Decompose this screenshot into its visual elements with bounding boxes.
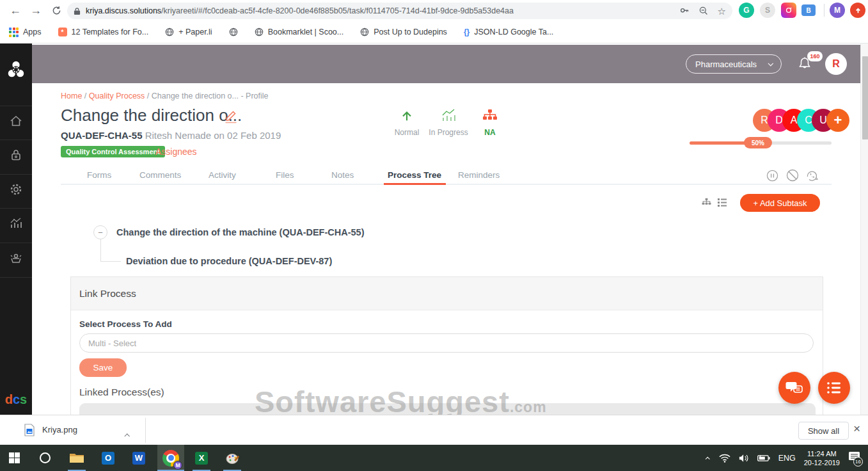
kriya-logo[interactable] bbox=[0, 60, 32, 80]
tab-notes[interactable]: Notes bbox=[331, 170, 354, 180]
download-filename[interactable]: Kriya.png bbox=[42, 425, 77, 435]
language-indicator[interactable]: ENG bbox=[778, 454, 796, 463]
bookmark-dudepins[interactable]: Post Up to Dudepins bbox=[360, 28, 447, 36]
taskbar-time: 11:24 AM bbox=[804, 449, 840, 458]
user-avatar[interactable]: R bbox=[825, 53, 847, 75]
hubspot-icon: * bbox=[58, 28, 67, 36]
hierarchy-indicator[interactable]: NA bbox=[475, 109, 505, 137]
download-options-button[interactable] bbox=[126, 428, 130, 440]
edit-title-button[interactable] bbox=[224, 109, 238, 127]
battery-icon[interactable] bbox=[757, 454, 770, 462]
save-button[interactable]: Save bbox=[79, 358, 127, 377]
paint-button[interactable] bbox=[219, 445, 246, 471]
update-extension-icon[interactable] bbox=[850, 3, 865, 18]
add-assignee-button[interactable]: + bbox=[826, 109, 849, 132]
file-explorer-button[interactable] bbox=[63, 445, 91, 471]
cortana-icon bbox=[40, 452, 51, 463]
ban-icon bbox=[786, 169, 799, 182]
menu-fab[interactable] bbox=[818, 372, 850, 404]
grammarly-extension-icon[interactable]: G bbox=[739, 3, 754, 18]
person-box-icon bbox=[9, 251, 23, 265]
tab-activity[interactable]: Activity bbox=[209, 170, 236, 180]
progress-value-badge: 50% bbox=[744, 137, 772, 148]
bookmark-paperli[interactable]: + Paper.li bbox=[165, 28, 212, 36]
breadcrumb-home[interactable]: Home bbox=[61, 92, 82, 100]
breadcrumb-quality-process[interactable]: Quality Process bbox=[89, 92, 145, 100]
task-meta: QUA-DEF-CHA-55 Ritesh Nemade on 02 Feb 2… bbox=[61, 130, 281, 141]
list-view-toggle[interactable] bbox=[717, 197, 727, 210]
toolbar-divider bbox=[824, 4, 825, 17]
back-icon[interactable]: ← bbox=[6, 1, 24, 19]
profile-avatar[interactable]: M bbox=[830, 3, 845, 18]
select-process-label: Select Process To Add bbox=[79, 319, 172, 329]
zoom-out-icon[interactable] bbox=[698, 6, 709, 16]
sidebar-item-home[interactable] bbox=[0, 114, 32, 128]
excel-button[interactable]: X bbox=[188, 445, 215, 471]
tab-forms[interactable]: Forms bbox=[87, 170, 111, 180]
outlook-button[interactable]: O bbox=[95, 445, 122, 471]
password-key-icon[interactable] bbox=[679, 6, 690, 16]
word-icon: W bbox=[132, 452, 145, 465]
pause-task-button[interactable] bbox=[766, 170, 778, 184]
call-history-button[interactable] bbox=[805, 169, 818, 184]
tree-child-node[interactable]: Deviation due to procedure (QUA-DEF-DEV-… bbox=[126, 256, 332, 266]
breadcrumb-current: Change the direction o... - Profile bbox=[152, 92, 269, 100]
download-bar-divider bbox=[145, 418, 146, 443]
globe-icon bbox=[165, 28, 174, 36]
org-selector[interactable]: Pharmaceuticals bbox=[686, 54, 782, 74]
bookmark-bookmarklet[interactable]: Bookmarklet | Scoo... bbox=[255, 28, 344, 36]
process-multi-select-input[interactable] bbox=[79, 333, 814, 353]
scrollbar-thumb[interactable] bbox=[862, 56, 868, 140]
url-bar[interactable]: kriya.discus.solutions/kriyareeti/#/fc0c… bbox=[67, 3, 732, 19]
priority-indicator[interactable]: Normal bbox=[391, 109, 422, 137]
bookmark-unnamed[interactable] bbox=[229, 28, 238, 36]
apps-shortcut[interactable]: Apps bbox=[9, 28, 42, 37]
chrome-button[interactable]: M bbox=[157, 445, 184, 471]
chat-bubbles-icon bbox=[785, 380, 803, 395]
camera-extension-icon[interactable] bbox=[781, 3, 796, 18]
tab-process-tree[interactable]: Process Tree bbox=[388, 170, 441, 180]
bookmark-templates[interactable]: * 12 Templates for Fo... bbox=[58, 28, 149, 36]
sidebar-item-reports[interactable] bbox=[0, 216, 32, 230]
close-download-bar-icon[interactable]: × bbox=[853, 422, 860, 436]
add-subtask-button[interactable]: + Add Subtask bbox=[740, 194, 820, 212]
tab-comments[interactable]: Comments bbox=[139, 170, 181, 180]
bookmark-star-icon[interactable]: ☆ bbox=[718, 6, 726, 16]
tree-view-toggle[interactable] bbox=[702, 198, 711, 209]
tree-connector bbox=[100, 261, 121, 262]
page-scrollbar[interactable] bbox=[860, 44, 868, 415]
app-sidebar: dcs bbox=[0, 44, 32, 415]
taskbar-clock[interactable]: 11:24 AM 20-12-2019 bbox=[804, 449, 840, 467]
screen: ← → kriya.discus.solutions/kriyareeti/#/… bbox=[0, 0, 868, 471]
word-button[interactable]: W bbox=[125, 445, 152, 471]
chat-fab[interactable] bbox=[778, 372, 810, 404]
globe-icon bbox=[255, 28, 264, 36]
similarweb-extension-icon[interactable]: S bbox=[760, 3, 775, 18]
tree-root-node[interactable]: Change the direction of the machine (QUA… bbox=[116, 227, 365, 237]
bulleted-list-icon bbox=[826, 381, 842, 395]
sidebar-item-security[interactable] bbox=[0, 148, 32, 162]
tab-reminders[interactable]: Reminders bbox=[458, 170, 500, 180]
action-center-button[interactable]: 16 bbox=[848, 451, 860, 465]
active-tab-underline bbox=[384, 183, 446, 185]
tray-chevron-up-icon[interactable] bbox=[706, 456, 711, 461]
block-task-button[interactable] bbox=[786, 169, 799, 184]
show-all-downloads-button[interactable]: Show all bbox=[798, 422, 849, 440]
speaker-icon[interactable] bbox=[739, 454, 749, 463]
start-button[interactable] bbox=[0, 445, 28, 471]
notification-count: 16 bbox=[853, 457, 863, 467]
apps-grid-icon bbox=[9, 28, 19, 37]
forward-icon[interactable]: → bbox=[27, 1, 45, 19]
tab-files[interactable]: Files bbox=[276, 170, 294, 180]
wifi-icon[interactable] bbox=[719, 454, 730, 463]
collapse-node-button[interactable]: − bbox=[93, 225, 107, 239]
refresh-icon[interactable] bbox=[47, 1, 65, 19]
assignees-link[interactable]: Assignees bbox=[155, 147, 197, 157]
sidebar-item-settings[interactable] bbox=[0, 182, 32, 196]
pencil-icon bbox=[224, 109, 238, 124]
sidebar-item-onboarding[interactable] bbox=[0, 251, 32, 265]
status-indicator[interactable]: In Progress bbox=[426, 109, 471, 137]
tag-extension-icon[interactable]: B bbox=[801, 4, 816, 16]
bookmark-jsonld[interactable]: {} JSON-LD Google Ta... bbox=[464, 28, 553, 36]
cortana-button[interactable] bbox=[32, 445, 58, 471]
